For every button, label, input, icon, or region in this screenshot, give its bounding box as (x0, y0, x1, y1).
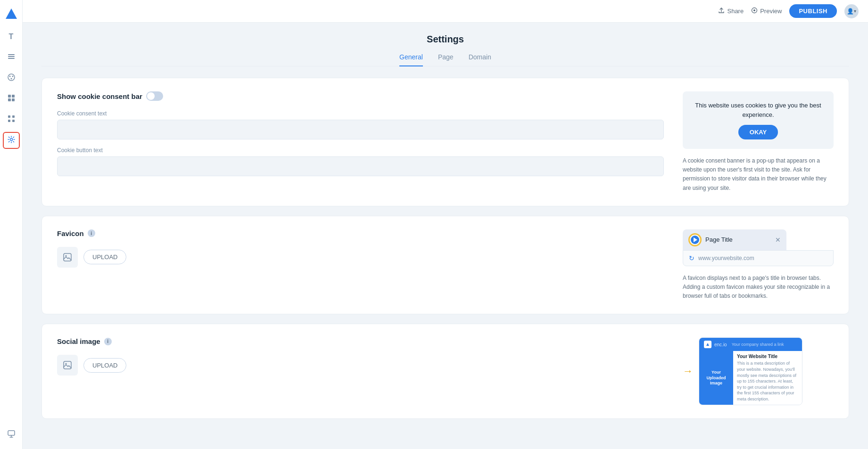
favicon-info-icon[interactable]: i (88, 229, 95, 237)
button-text-label: Cookie button text (57, 147, 664, 154)
apps-icon (7, 114, 16, 125)
tab-close-icon[interactable]: ✕ (775, 236, 781, 244)
social-card-image-box: Your Uploaded Image (699, 351, 733, 405)
text-icon: T (9, 33, 14, 41)
favicon-description: A favicon displays next to a page's titl… (683, 274, 834, 301)
svg-rect-2 (8, 56, 15, 57)
svg-rect-9 (12, 95, 15, 98)
svg-rect-22 (64, 361, 71, 369)
topbar: Share Preview PUBLISH 👤 ▾ (23, 0, 868, 23)
avatar-icon: 👤 (847, 8, 854, 15)
svg-rect-17 (8, 431, 15, 435)
tab-page[interactable]: Page (438, 49, 454, 66)
svg-point-4 (8, 74, 15, 81)
favicon-section-title: Favicon (57, 229, 84, 237)
social-icon-box (57, 355, 78, 376)
cookie-toggle[interactable] (146, 91, 163, 101)
social-preview-wrapper: → enc.io Your company shared a link (683, 337, 834, 405)
svg-rect-20 (64, 253, 71, 261)
svg-point-16 (10, 138, 12, 140)
favicon-upload-area: UPLOAD (57, 247, 664, 268)
svg-rect-15 (12, 120, 15, 122)
share-button[interactable]: Share (718, 7, 744, 15)
svg-rect-10 (8, 98, 11, 101)
social-card-text: Your Website Title This is a meta descri… (733, 351, 802, 405)
share-icon (718, 7, 725, 15)
main-area: Share Preview PUBLISH 👤 ▾ Settings Gener… (23, 0, 868, 449)
social-company-shared: Your company shared a link (732, 342, 784, 347)
svg-rect-14 (8, 120, 10, 122)
publish-button[interactable]: PUBLISH (789, 4, 837, 18)
settings-tabs: General Page Domain (41, 49, 849, 66)
favicon-icon-box (57, 247, 78, 268)
button-text-input[interactable] (57, 156, 664, 176)
social-card-desc: This is a meta description of your websi… (737, 360, 798, 402)
sidebar-item-settings[interactable] (3, 132, 20, 149)
svg-rect-1 (8, 58, 15, 59)
favicon-circle-inner (691, 236, 699, 244)
social-image-text: Your Uploaded Image (702, 370, 730, 386)
social-info-icon[interactable]: i (104, 338, 112, 345)
social-card-header: enc.io Your company shared a link (699, 338, 802, 351)
page-title: Settings (41, 34, 849, 45)
preview-button[interactable]: Preview (751, 7, 782, 15)
layers-icon (7, 52, 16, 63)
preview-icon (751, 7, 758, 15)
svg-point-19 (753, 9, 755, 11)
bottom-icon (7, 430, 16, 441)
svg-rect-3 (8, 54, 15, 55)
svg-marker-24 (706, 343, 709, 346)
social-website-title: Your Website Title (737, 354, 798, 359)
social-upload-button[interactable]: UPLOAD (83, 358, 126, 373)
page-heading: Settings (41, 23, 849, 49)
sidebar-item-apps[interactable] (3, 111, 20, 128)
layout-icon (7, 94, 16, 105)
svg-point-7 (10, 78, 12, 79)
gear-icon (7, 135, 16, 146)
social-card-mock: enc.io Your company shared a link Your U… (699, 337, 802, 405)
browser-tab-title: Page Title (705, 236, 733, 243)
refresh-icon[interactable]: ↻ (689, 254, 694, 262)
favicon-preview: Page Title ✕ ↻ www.yourwebsite.com (683, 229, 834, 266)
cookie-preview-text: This website uses cookies to give you th… (692, 101, 824, 119)
svg-marker-0 (6, 8, 17, 19)
cookie-description: A cookie consent banner is a pop-up that… (683, 156, 834, 193)
palette-icon (7, 73, 16, 84)
svg-point-23 (66, 363, 67, 365)
sidebar-item-text[interactable]: T (3, 28, 20, 45)
social-section-title: Social image (57, 337, 100, 345)
cookie-section-title: Show cookie consent bar (57, 92, 142, 100)
tab-domain[interactable]: Domain (469, 49, 491, 66)
cookie-consent-card: Show cookie consent bar Cookie consent t… (41, 78, 849, 206)
social-card-body: Your Uploaded Image Your Website Title T… (699, 351, 802, 405)
favicon-card: Favicon i UPLOAD (41, 216, 849, 315)
tab-general[interactable]: General (399, 49, 423, 66)
share-label: Share (727, 8, 744, 15)
content-area: Settings General Page Domain Show cookie… (23, 23, 868, 449)
sidebar: T (0, 0, 23, 449)
svg-point-5 (9, 75, 10, 77)
social-card-logo (704, 341, 711, 348)
favicon-play-icon (694, 237, 697, 242)
social-upload-area: UPLOAD (57, 355, 664, 376)
browser-tab-mock: Page Title ✕ (683, 229, 786, 250)
app-logo[interactable] (4, 6, 19, 21)
sidebar-item-theme[interactable] (3, 70, 20, 87)
favicon-circle (688, 233, 702, 246)
svg-rect-8 (8, 95, 11, 98)
consent-text-label: Cookie consent text (57, 110, 664, 117)
browser-url-bar: ↻ www.yourwebsite.com (683, 250, 834, 266)
user-avatar[interactable]: 👤 ▾ (844, 4, 859, 18)
svg-rect-11 (12, 98, 15, 101)
consent-text-input[interactable] (57, 120, 664, 139)
sidebar-item-bottom[interactable] (3, 426, 20, 443)
preview-label: Preview (760, 8, 782, 15)
cookie-okay-button[interactable]: OKAY (738, 125, 778, 139)
sidebar-item-layers[interactable] (3, 49, 20, 66)
favicon-upload-button[interactable]: UPLOAD (83, 250, 126, 264)
sidebar-item-layout[interactable] (3, 90, 20, 107)
svg-point-6 (12, 75, 13, 77)
svg-rect-12 (8, 115, 10, 118)
cookie-preview: This website uses cookies to give you th… (683, 91, 834, 149)
avatar-chevron: ▾ (854, 8, 856, 14)
